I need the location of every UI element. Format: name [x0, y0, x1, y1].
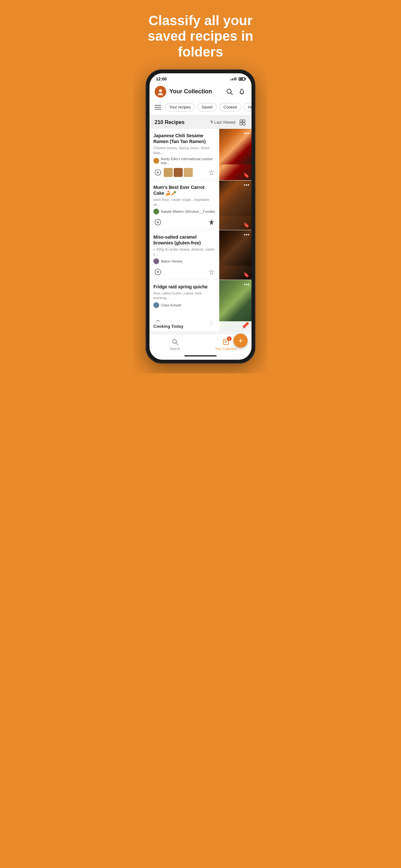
svg-point-0: [159, 89, 162, 92]
recipe-ingredients-3: flour, salted butter, cubed, leek, aspar…: [153, 291, 215, 300]
pin-icon-2[interactable]: [208, 268, 215, 276]
recipe-ingredients-1: plain flour,, caster sugar,, vegetable o…: [153, 197, 215, 207]
author-name-0: Aunty Eiko's international cuisine exp..…: [161, 157, 215, 165]
svg-rect-11: [240, 120, 242, 122]
three-dots-1[interactable]: •••: [244, 182, 250, 188]
recipe-card-0[interactable]: Japanese Chili Sesame Ramen (Tan Tan Ram…: [150, 129, 251, 181]
nav-search-label: Search: [170, 347, 180, 351]
collection-nav-icon: 1: [222, 338, 230, 346]
recipe-info-2: Miso-salted caramel brownies (gluten-fre…: [150, 230, 219, 280]
recipe-info-0: Japanese Chili Sesame Ramen (Tan Tan Ram…: [150, 129, 219, 180]
recipe-title-0: Japanese Chili Sesame Ramen (Tan Tan Ram…: [153, 133, 215, 144]
recipe-image-2: ••• 🔖: [219, 230, 251, 280]
bookmark-badge-2[interactable]: 🔖: [243, 272, 250, 278]
app-title: Your Collection: [169, 88, 222, 95]
grid-view-icon[interactable]: [239, 119, 246, 126]
notification-icon[interactable]: [237, 87, 246, 96]
hero-section: Classify all your saved recipes in folde…: [134, 0, 267, 69]
author-avatar-1: [153, 209, 159, 214]
recipe-info-1: Mum's Best Ever Carrot Cake 🍰🥕 plain flo…: [150, 181, 219, 230]
svg-line-24: [176, 343, 178, 345]
svg-point-1: [158, 93, 163, 95]
author-avatar-3: [153, 302, 159, 308]
author-avatar-0: [153, 158, 159, 164]
cooking-today-banner: Cooking Today 📌: [150, 321, 251, 331]
author-name-2: Malou Herkes: [161, 259, 183, 263]
three-dots-2[interactable]: •••: [244, 232, 250, 237]
add-to-collection-1[interactable]: [153, 218, 162, 227]
author-avatar-2: [153, 258, 159, 264]
bookmark-badge-0[interactable]: 🔖: [243, 172, 250, 178]
author-name-3: Clare Knivett: [161, 303, 181, 307]
svg-rect-14: [243, 123, 245, 125]
sort-label[interactable]: Last Viewed: [210, 120, 235, 125]
sort-controls: Last Viewed: [210, 119, 246, 126]
home-indicator: [150, 353, 251, 360]
status-time: 12:00: [156, 76, 166, 82]
sort-label-text: Last Viewed: [214, 120, 235, 125]
mini-thumbs-0: [164, 168, 193, 177]
filter-chip-saved[interactable]: Saved: [197, 103, 217, 112]
recipe-title-3: Fridge raid spring quiche: [153, 284, 215, 290]
recipe-author-0: Aunty Eiko's international cuisine exp..…: [153, 157, 215, 165]
add-to-collection-0[interactable]: [153, 168, 162, 177]
fab-add-button[interactable]: +: [234, 334, 248, 348]
nav-collection-label: Your Collection: [215, 347, 237, 351]
avatar[interactable]: [155, 86, 166, 97]
app-header: Your Collection: [150, 83, 251, 101]
svg-rect-13: [240, 123, 242, 125]
recipe-actions-0: [153, 168, 215, 177]
home-bar: [184, 355, 217, 356]
recipe-list-header: 210 Recipes Last Viewed: [150, 115, 251, 129]
recipe-actions-1: [153, 218, 215, 227]
recipe-author-2: Malou Herkes: [153, 258, 215, 264]
battery-icon: [239, 77, 245, 81]
author-name-1: Natalie Marten (Windsor__Foodie): [161, 210, 215, 213]
search-nav-icon: [171, 338, 179, 346]
cooking-today-label: Cooking Today: [153, 324, 183, 329]
recipe-title-1: Mum's Best Ever Carrot Cake 🍰🥕: [153, 184, 215, 196]
notification-dot: [246, 322, 249, 325]
filter-chip-your-recipes[interactable]: Your recipes: [165, 103, 195, 112]
collection-badge: 1: [227, 337, 232, 341]
recipe-actions-2: [153, 268, 215, 276]
three-dots-3[interactable]: •••: [244, 282, 250, 287]
search-icon[interactable]: [225, 87, 234, 96]
nav-search[interactable]: Search: [150, 338, 201, 351]
phone-mockup: 12:00: [134, 69, 267, 373]
signal-icon: [230, 77, 236, 81]
recipe-count: 210 Recipes: [155, 120, 185, 125]
recipe-title-2: Miso-salted caramel brownies (gluten-fre…: [153, 234, 215, 246]
recipe-image-1: ••• 🔖: [219, 181, 251, 230]
svg-line-3: [230, 93, 233, 95]
recipe-card-1[interactable]: Mum's Best Ever Carrot Cake 🍰🥕 plain flo…: [150, 181, 251, 230]
recipe-author-1: Natalie Marten (Windsor__Foodie): [153, 209, 215, 214]
filter-bar: Your recipes Saved Cooked Healthy It...: [150, 101, 251, 115]
bookmark-badge-1[interactable]: 🔖: [243, 222, 250, 228]
svg-rect-12: [243, 120, 245, 122]
recipe-author-3: Clare Knivett: [153, 302, 215, 308]
three-dots-0[interactable]: •••: [244, 131, 250, 136]
filter-chip-healthy[interactable]: Healthy: [244, 103, 251, 112]
cooking-today-pin[interactable]: 📌: [241, 323, 248, 330]
filter-chip-cooked[interactable]: Cooked: [219, 103, 241, 112]
pin-icon-0[interactable]: [208, 168, 215, 176]
add-to-collection-2[interactable]: [153, 268, 162, 276]
svg-point-4: [242, 94, 243, 95]
recipe-card-3[interactable]: Fridge raid spring quiche flour, salted …: [150, 280, 251, 332]
recipe-ingredients-0: Chicken bones, Spring onion, Dried kelp,…: [153, 146, 215, 155]
status-bar: 12:00: [150, 73, 251, 83]
recipe-ingredients-2: x 400g tin butter beans, drained, caster…: [153, 247, 215, 256]
recipe-image-0: ••• 🔖: [219, 129, 251, 180]
phone-screen: 12:00: [150, 73, 251, 360]
status-icons: [230, 77, 245, 81]
filter-menu-icon[interactable]: [153, 103, 162, 112]
hero-headline: Classify all your saved recipes in folde…: [134, 0, 267, 69]
pin-icon-1[interactable]: [208, 218, 215, 226]
phone-outer: 12:00: [146, 69, 255, 364]
recipe-card-2[interactable]: Miso-salted caramel brownies (gluten-fre…: [150, 230, 251, 280]
